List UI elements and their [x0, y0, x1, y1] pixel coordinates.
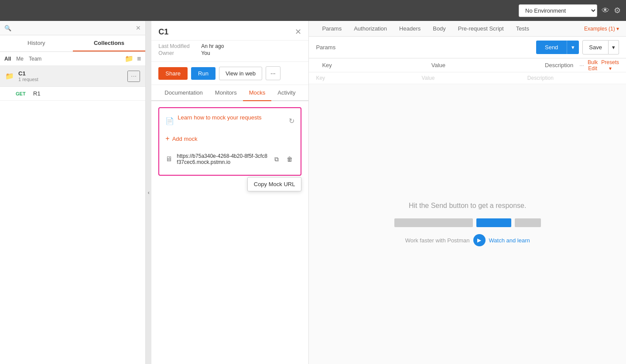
search-bar: 🔍 C1 ✕ — [0, 21, 145, 35]
last-modified-value: An hr ago — [201, 43, 224, 49]
request-bar: Params Send ▾ Save ▾ — [309, 37, 626, 58]
resp-bar-1 — [394, 218, 473, 227]
req-tab-pre-request[interactable]: Pre-request Script — [452, 21, 510, 36]
req-tab-params[interactable]: Params — [316, 21, 348, 36]
work-faster-row: Work faster with Postman ▶ Watch and lea… — [405, 234, 530, 246]
tab-collections[interactable]: Collections — [73, 35, 146, 51]
response-visual — [394, 218, 541, 227]
mocks-content: 📄 Learn how to mock your requests ↻ + Ad… — [151, 101, 308, 364]
desc-placeholder: Description — [520, 72, 626, 84]
req-tab-tests[interactable]: Tests — [510, 21, 535, 36]
mocks-highlighted-box: 📄 Learn how to mock your requests ↻ + Ad… — [158, 107, 301, 176]
app-container: No Environment 👁 ⚙ 🔍 C1 ✕ History Collec… — [0, 0, 626, 364]
collection-info: C1 1 request — [18, 70, 127, 82]
learn-link[interactable]: Learn how to mock your requests — [178, 114, 261, 121]
save-btn[interactable]: Save — [582, 40, 609, 54]
panel-header: C1 ✕ — [151, 21, 308, 41]
panel-close-btn[interactable]: ✕ — [295, 27, 301, 37]
env-selector[interactable]: No Environment — [519, 4, 597, 17]
tab-history[interactable]: History — [0, 35, 73, 51]
search-input[interactable]: C1 — [14, 25, 136, 31]
examples-link[interactable]: Examples (1) ▾ — [584, 26, 619, 32]
run-btn[interactable]: Run — [191, 67, 216, 80]
tab-activity[interactable]: Activity — [271, 85, 301, 101]
sidebar: 🔍 C1 ✕ History Collections All Me Team 📁… — [0, 21, 146, 364]
top-bar: No Environment 👁 ⚙ — [0, 0, 626, 21]
collection-panel: C1 ✕ Last Modified An hr ago Owner You S… — [151, 21, 309, 364]
learn-icon: 📄 — [165, 117, 174, 125]
meta-owner: Owner You — [158, 50, 301, 56]
panel-tabs: Documentation Monitors Mocks Activity — [151, 85, 308, 101]
header-key-label: Key — [316, 58, 338, 72]
owner-label: Owner — [158, 50, 198, 56]
filter-me[interactable]: Me — [16, 56, 24, 62]
new-collection-icon[interactable]: 📁 — [125, 54, 133, 63]
save-group: Save ▾ — [582, 40, 619, 54]
add-mock-row[interactable]: + Add mock — [165, 135, 294, 143]
req-tab-body[interactable]: Body — [427, 21, 452, 36]
headers-area: Key Value Description ··· Bulk Edit Pres… — [309, 58, 626, 72]
filter-team[interactable]: Team — [29, 56, 41, 62]
key-placeholder: Key — [309, 72, 414, 84]
play-btn[interactable]: ▶ — [473, 234, 486, 246]
tab-mocks[interactable]: Mocks — [243, 85, 272, 101]
eye-icon-btn[interactable]: 👁 — [602, 6, 609, 15]
last-modified-label: Last Modified — [158, 43, 198, 49]
params-btn[interactable]: Params — [316, 44, 335, 51]
resp-bar-2 — [476, 218, 511, 227]
copy-mock-btn[interactable]: ⧉ — [273, 154, 281, 165]
refresh-btn[interactable]: ↻ — [289, 117, 294, 125]
clear-icon[interactable]: ✕ — [136, 24, 141, 31]
method-badge: GET — [16, 91, 29, 96]
meta-last-modified: Last Modified An hr ago — [158, 43, 301, 49]
bulk-edit-btn[interactable]: Bulk Edit — [588, 59, 598, 71]
copy-mock-url-tooltip[interactable]: Copy Mock URL — [247, 177, 302, 191]
request-name: R1 — [33, 90, 41, 97]
view-in-web-btn[interactable]: View in web — [219, 67, 262, 80]
filter-icons: 📁 ≡ — [125, 54, 141, 63]
headers-row: Key Value Description — [309, 72, 626, 84]
play-icon: ▶ — [477, 237, 481, 243]
collection-more-btn[interactable]: ··· — [127, 71, 140, 82]
mock-item: 🖥 https://b75a340e-4268-4b20-8f5f-3cfc8f… — [165, 150, 294, 169]
work-faster-text: Work faster with Postman — [405, 237, 470, 244]
sidebar-tabs: History Collections — [0, 35, 145, 52]
tab-documentation[interactable]: Documentation — [158, 85, 209, 101]
request-item[interactable]: GET R1 — [0, 87, 145, 101]
filter-all[interactable]: All — [4, 56, 11, 62]
sidebar-filters: All Me Team 📁 ≡ — [0, 52, 145, 66]
settings-icon-btn[interactable]: ⚙ — [614, 6, 621, 15]
response-hint: Hit the Send button to get a response. — [409, 202, 527, 210]
more-btn[interactable]: ··· — [266, 66, 281, 80]
resp-bar-3 — [515, 218, 541, 227]
request-area: Params Authorization Headers Body Pre-re… — [309, 21, 626, 364]
send-btn[interactable]: Send — [536, 41, 567, 54]
top-bar-right: No Environment 👁 ⚙ — [519, 4, 621, 17]
req-tab-auth[interactable]: Authorization — [348, 21, 393, 36]
headers-right: ··· Bulk Edit Presets ▾ — [579, 59, 619, 71]
collapse-btn[interactable]: ‹ — [146, 21, 151, 364]
presets-btn[interactable]: Presets ▾ — [601, 59, 619, 71]
main-area: 🔍 C1 ✕ History Collections All Me Team 📁… — [0, 21, 626, 364]
sort-icon[interactable]: ≡ — [137, 54, 141, 63]
req-tab-headers[interactable]: Headers — [393, 21, 427, 36]
value-placeholder: Value — [415, 72, 520, 84]
response-area: Hit the Send button to get a response. W… — [309, 84, 626, 364]
collection-name: C1 — [18, 70, 127, 77]
collection-item[interactable]: 📁 C1 1 request ··· — [0, 66, 145, 87]
header-desc-label: Description — [539, 58, 579, 72]
search-icon: 🔍 — [4, 25, 11, 31]
panel-meta: Last Modified An hr ago Owner You — [151, 41, 308, 62]
headers-more-icon[interactable]: ··· — [579, 62, 584, 68]
learn-row: 📄 Learn how to mock your requests ↻ — [165, 114, 294, 128]
request-tabs-bar: Params Authorization Headers Body Pre-re… — [309, 21, 626, 37]
delete-mock-btn[interactable]: 🗑 — [285, 154, 294, 164]
add-mock-label: Add mock — [172, 136, 198, 142]
share-btn[interactable]: Share — [158, 67, 188, 80]
watch-learn-link[interactable]: Watch and learn — [489, 237, 530, 244]
collection-folder-icon: 📁 — [5, 72, 14, 80]
save-dropdown-btn[interactable]: ▾ — [609, 40, 619, 54]
send-dropdown-btn[interactable]: ▾ — [567, 41, 579, 54]
tab-monitors[interactable]: Monitors — [209, 85, 243, 101]
mock-url: https://b75a340e-4268-4b20-8f5f-3cfc8f37… — [177, 153, 268, 165]
